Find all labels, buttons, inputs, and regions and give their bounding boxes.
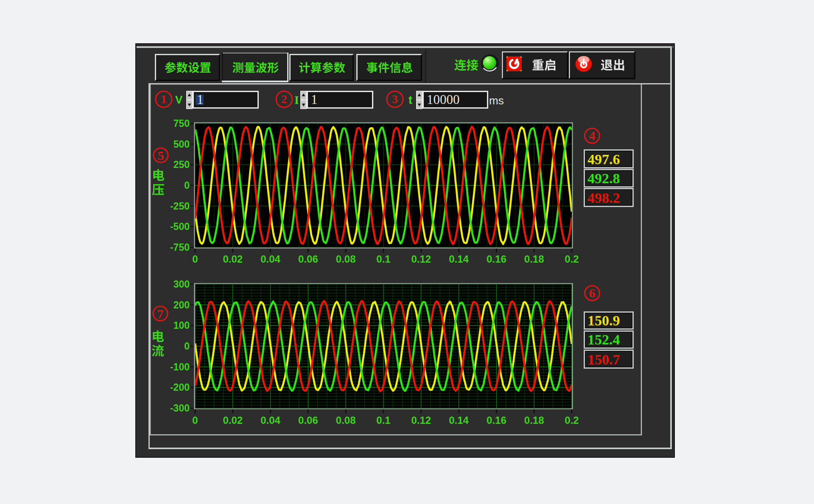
svg-text:-300: -300	[170, 403, 190, 414]
svg-text:497.6: 497.6	[587, 151, 620, 167]
svg-text:492.8: 492.8	[587, 171, 620, 186]
svg-text:0.16: 0.16	[487, 253, 506, 265]
svg-text:300: 300	[173, 279, 190, 290]
svg-text:150.9: 150.9	[587, 313, 620, 328]
svg-text:0.08: 0.08	[336, 253, 356, 265]
svg-text:3: 3	[392, 93, 398, 106]
svg-text:750: 750	[173, 118, 190, 129]
svg-text:0.02: 0.02	[223, 253, 243, 265]
svg-text:100: 100	[173, 320, 190, 331]
svg-text:10000: 10000	[427, 92, 460, 107]
svg-text:0.06: 0.06	[298, 253, 318, 265]
svg-text:1: 1	[311, 92, 318, 107]
svg-text:0.04: 0.04	[260, 414, 280, 426]
svg-text:-100: -100	[170, 361, 190, 372]
svg-text:0.14: 0.14	[449, 414, 469, 426]
svg-text:6: 6	[589, 286, 596, 300]
svg-text:1: 1	[161, 93, 167, 106]
svg-text:0.12: 0.12	[411, 253, 431, 265]
svg-text:0.12: 0.12	[411, 414, 431, 426]
svg-text:-250: -250	[170, 201, 190, 212]
svg-text:0: 0	[184, 180, 190, 191]
svg-text:0.04: 0.04	[260, 253, 280, 265]
svg-text:250: 250	[173, 159, 190, 170]
svg-text:0: 0	[192, 253, 198, 265]
svg-text:498.2: 498.2	[587, 190, 620, 206]
svg-text:-750: -750	[170, 242, 190, 253]
svg-text:0.18: 0.18	[524, 414, 544, 426]
svg-text:0: 0	[192, 414, 198, 426]
svg-text:ms: ms	[489, 94, 504, 107]
svg-text:1: 1	[197, 92, 204, 107]
svg-text:-200: -200	[170, 382, 190, 393]
svg-text:I: I	[294, 93, 299, 106]
svg-text:152.4: 152.4	[587, 332, 620, 347]
svg-text:2: 2	[281, 93, 287, 106]
svg-text:0.14: 0.14	[449, 253, 469, 265]
svg-text:5: 5	[158, 148, 164, 162]
svg-text:0.06: 0.06	[298, 414, 318, 426]
svg-text:0.18: 0.18	[524, 253, 544, 265]
svg-text:4: 4	[589, 129, 596, 143]
svg-text:0.2: 0.2	[565, 253, 579, 265]
svg-text:t: t	[408, 94, 412, 106]
svg-text:150.7: 150.7	[587, 352, 620, 367]
svg-text:0.08: 0.08	[336, 414, 356, 426]
svg-text:0.02: 0.02	[223, 414, 243, 426]
svg-text:-500: -500	[170, 221, 190, 232]
svg-text:0.1: 0.1	[376, 414, 390, 426]
svg-text:0.16: 0.16	[487, 414, 506, 426]
svg-text:500: 500	[173, 139, 190, 150]
svg-text:0.1: 0.1	[376, 253, 390, 265]
svg-text:200: 200	[173, 300, 190, 311]
svg-text:0: 0	[184, 341, 190, 352]
svg-text:0.2: 0.2	[565, 414, 579, 426]
svg-text:7: 7	[157, 307, 164, 321]
svg-text:V: V	[175, 93, 183, 106]
